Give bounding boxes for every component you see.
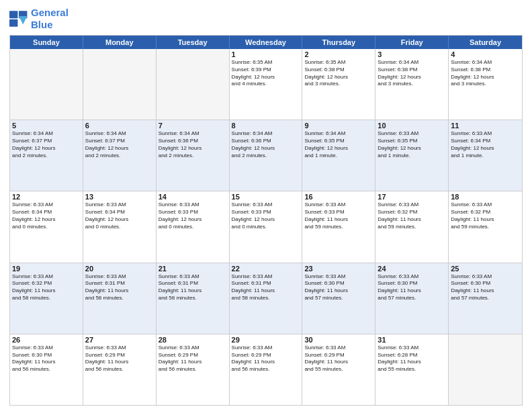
day-info: Sunrise: 6:33 AM Sunset: 6:30 PM Dayligh… xyxy=(378,273,446,302)
day-cell: 3Sunrise: 6:34 AM Sunset: 6:38 PM Daylig… xyxy=(375,49,449,120)
day-cell: 25Sunrise: 6:33 AM Sunset: 6:30 PM Dayli… xyxy=(449,263,522,334)
logo: GeneralBlue xyxy=(9,7,69,31)
day-info: Sunrise: 6:33 AM Sunset: 6:29 PM Dayligh… xyxy=(232,345,300,373)
day-info: Sunrise: 6:34 AM Sunset: 6:36 PM Dayligh… xyxy=(232,130,300,159)
day-number: 30 xyxy=(304,336,373,344)
day-cell xyxy=(83,49,157,120)
day-number: 7 xyxy=(159,122,227,130)
day-number: 12 xyxy=(12,193,81,201)
day-cell: 29Sunrise: 6:33 AM Sunset: 6:29 PM Dayli… xyxy=(230,334,303,405)
day-info: Sunrise: 6:33 AM Sunset: 6:30 PM Dayligh… xyxy=(451,273,520,302)
page-header: GeneralBlue xyxy=(9,7,523,31)
day-cell: 2Sunrise: 6:35 AM Sunset: 6:38 PM Daylig… xyxy=(302,49,375,120)
day-info: Sunrise: 6:34 AM Sunset: 6:37 PM Dayligh… xyxy=(12,130,81,159)
day-info: Sunrise: 6:33 AM Sunset: 6:30 PM Dayligh… xyxy=(304,273,373,302)
day-number: 2 xyxy=(304,50,373,58)
day-cell: 18Sunrise: 6:33 AM Sunset: 6:32 PM Dayli… xyxy=(449,191,522,262)
day-info: Sunrise: 6:33 AM Sunset: 6:34 PM Dayligh… xyxy=(12,201,81,230)
day-number: 27 xyxy=(85,336,154,344)
day-headers: SundayMondayTuesdayWednesdayThursdayFrid… xyxy=(10,36,522,49)
day-info: Sunrise: 6:35 AM Sunset: 6:38 PM Dayligh… xyxy=(304,59,373,88)
day-cell: 5Sunrise: 6:34 AM Sunset: 6:37 PM Daylig… xyxy=(10,120,83,191)
day-cell: 1Sunrise: 6:35 AM Sunset: 6:39 PM Daylig… xyxy=(230,49,303,120)
day-number: 29 xyxy=(232,336,300,344)
day-number: 14 xyxy=(159,193,227,201)
day-header: Wednesday xyxy=(230,36,303,49)
day-number: 22 xyxy=(232,265,300,273)
day-number: 21 xyxy=(159,265,227,273)
day-number: 1 xyxy=(232,50,300,58)
day-cell xyxy=(157,49,230,120)
week-row: 5Sunrise: 6:34 AM Sunset: 6:37 PM Daylig… xyxy=(10,120,522,191)
day-header: Friday xyxy=(375,36,449,49)
day-info: Sunrise: 6:34 AM Sunset: 6:38 PM Dayligh… xyxy=(378,59,446,88)
week-row: 1Sunrise: 6:35 AM Sunset: 6:39 PM Daylig… xyxy=(10,49,522,120)
day-header: Sunday xyxy=(10,36,83,49)
day-info: Sunrise: 6:33 AM Sunset: 6:34 PM Dayligh… xyxy=(85,201,154,230)
day-cell: 8Sunrise: 6:34 AM Sunset: 6:36 PM Daylig… xyxy=(230,120,303,191)
calendar: SundayMondayTuesdayWednesdayThursdayFrid… xyxy=(9,35,523,406)
day-cell: 30Sunrise: 6:33 AM Sunset: 6:29 PM Dayli… xyxy=(302,334,375,405)
day-number: 23 xyxy=(304,265,373,273)
day-cell: 24Sunrise: 6:33 AM Sunset: 6:30 PM Dayli… xyxy=(375,263,449,334)
day-header: Monday xyxy=(83,36,157,49)
day-cell: 9Sunrise: 6:34 AM Sunset: 6:35 PM Daylig… xyxy=(302,120,375,191)
day-number: 8 xyxy=(232,122,300,130)
day-number: 26 xyxy=(12,336,81,344)
logo-icon xyxy=(9,11,28,27)
svg-marker-2 xyxy=(19,16,27,24)
day-info: Sunrise: 6:33 AM Sunset: 6:33 PM Dayligh… xyxy=(159,201,227,230)
day-header: Saturday xyxy=(449,36,522,49)
day-number: 24 xyxy=(378,265,446,273)
svg-rect-0 xyxy=(9,11,17,18)
day-number: 19 xyxy=(12,265,81,273)
day-header: Thursday xyxy=(302,36,375,49)
day-number: 20 xyxy=(85,265,154,273)
day-cell: 15Sunrise: 6:33 AM Sunset: 6:33 PM Dayli… xyxy=(230,191,303,262)
day-number: 5 xyxy=(12,122,81,130)
day-number: 6 xyxy=(85,122,154,130)
day-info: Sunrise: 6:34 AM Sunset: 6:36 PM Dayligh… xyxy=(159,130,227,159)
day-info: Sunrise: 6:33 AM Sunset: 6:32 PM Dayligh… xyxy=(12,273,81,302)
day-number: 31 xyxy=(378,336,446,344)
day-info: Sunrise: 6:34 AM Sunset: 6:38 PM Dayligh… xyxy=(451,59,520,88)
day-number: 28 xyxy=(159,336,227,344)
day-cell: 10Sunrise: 6:33 AM Sunset: 6:35 PM Dayli… xyxy=(375,120,449,191)
day-cell: 27Sunrise: 6:33 AM Sunset: 6:29 PM Dayli… xyxy=(83,334,157,405)
day-info: Sunrise: 6:33 AM Sunset: 6:29 PM Dayligh… xyxy=(85,345,154,373)
day-cell: 17Sunrise: 6:33 AM Sunset: 6:32 PM Dayli… xyxy=(375,191,449,262)
day-info: Sunrise: 6:33 AM Sunset: 6:33 PM Dayligh… xyxy=(304,201,373,230)
day-cell xyxy=(449,334,522,405)
day-number: 13 xyxy=(85,193,154,201)
day-cell: 22Sunrise: 6:33 AM Sunset: 6:31 PM Dayli… xyxy=(230,263,303,334)
day-number: 11 xyxy=(451,122,520,130)
svg-rect-3 xyxy=(9,19,17,27)
day-cell: 26Sunrise: 6:33 AM Sunset: 6:30 PM Dayli… xyxy=(10,334,83,405)
calendar-body: 1Sunrise: 6:35 AM Sunset: 6:39 PM Daylig… xyxy=(10,49,522,405)
day-info: Sunrise: 6:33 AM Sunset: 6:32 PM Dayligh… xyxy=(451,201,520,230)
day-info: Sunrise: 6:33 AM Sunset: 6:31 PM Dayligh… xyxy=(232,273,300,302)
day-number: 16 xyxy=(304,193,373,201)
day-number: 25 xyxy=(451,265,520,273)
day-cell: 7Sunrise: 6:34 AM Sunset: 6:36 PM Daylig… xyxy=(157,120,230,191)
day-cell: 28Sunrise: 6:33 AM Sunset: 6:29 PM Dayli… xyxy=(157,334,230,405)
day-number: 17 xyxy=(378,193,446,201)
day-number: 10 xyxy=(378,122,446,130)
day-info: Sunrise: 6:33 AM Sunset: 6:28 PM Dayligh… xyxy=(378,345,446,373)
day-cell: 12Sunrise: 6:33 AM Sunset: 6:34 PM Dayli… xyxy=(10,191,83,262)
day-info: Sunrise: 6:33 AM Sunset: 6:34 PM Dayligh… xyxy=(451,130,520,159)
day-cell: 16Sunrise: 6:33 AM Sunset: 6:33 PM Dayli… xyxy=(302,191,375,262)
day-number: 3 xyxy=(378,50,446,58)
day-cell: 11Sunrise: 6:33 AM Sunset: 6:34 PM Dayli… xyxy=(449,120,522,191)
day-cell: 19Sunrise: 6:33 AM Sunset: 6:32 PM Dayli… xyxy=(10,263,83,334)
day-cell: 21Sunrise: 6:33 AM Sunset: 6:31 PM Dayli… xyxy=(157,263,230,334)
day-header: Tuesday xyxy=(157,36,230,49)
day-number: 9 xyxy=(304,122,373,130)
day-info: Sunrise: 6:34 AM Sunset: 6:35 PM Dayligh… xyxy=(304,130,373,159)
day-info: Sunrise: 6:35 AM Sunset: 6:39 PM Dayligh… xyxy=(232,59,300,88)
week-row: 12Sunrise: 6:33 AM Sunset: 6:34 PM Dayli… xyxy=(10,191,522,262)
day-cell: 20Sunrise: 6:33 AM Sunset: 6:31 PM Dayli… xyxy=(83,263,157,334)
day-info: Sunrise: 6:33 AM Sunset: 6:30 PM Dayligh… xyxy=(12,345,81,373)
day-cell xyxy=(10,49,83,120)
day-cell: 23Sunrise: 6:33 AM Sunset: 6:30 PM Dayli… xyxy=(302,263,375,334)
